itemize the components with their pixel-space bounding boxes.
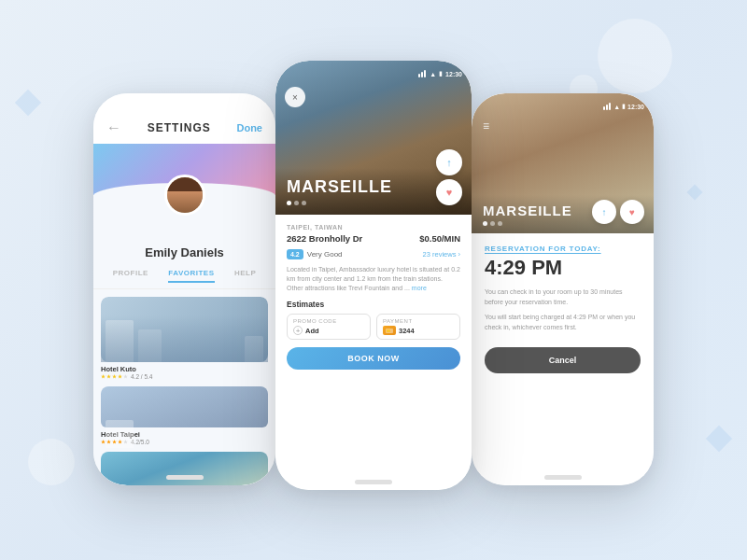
avatar-face [167,177,203,213]
hotel-kuto-image [101,297,268,362]
star-1 [101,374,106,379]
hotel-taipei-image [101,386,268,427]
status-bar: ▲ ▮ 12:30 [418,70,462,77]
hotel-detail-body: TAIPEI, TAIWAN 2622 Bronholly Dr $0.50/M… [275,215,472,490]
promo-plus-icon: + [293,326,303,335]
star-4 [118,374,122,379]
hotel-address-row: 2622 Bronholly Dr $0.50/MIN [287,233,460,244]
svg-rect-1 [387,329,390,332]
status-time: 12:30 [445,71,462,77]
hotel-kuto-name: Hotel Kuto [101,365,268,373]
phone-hotel-detail-screen: ▲ ▮ 12:30 × MARSEILLE [275,61,472,490]
share-button[interactable]: ↑ [436,149,462,175]
reservation-time: 4:29 PM [485,256,641,280]
tab-favorites[interactable]: FAVORITES [168,269,214,283]
settings-screen: ← SETTINGS Done Emily Daniels [93,93,275,485]
reviews-link[interactable]: 23 reviews › [423,250,460,259]
fav-card-kuto[interactable]: Hotel Kuto 4.2 / 5.4 [101,297,268,383]
reservation-desc-2: You will start being charged at 4:29 PM … [485,313,641,332]
fav-row-2: Hotel Taipei 4.2/5.0 [101,386,268,448]
profile-hero-wave [93,144,275,195]
avatar-hair [167,177,203,191]
dot-1 [483,221,487,226]
hotel-kuto-stars: 4.2 / 5.4 [101,373,268,380]
fav-card-taipei[interactable]: Hotel Taipei 4.2/5.0 [101,386,268,448]
reservation-status-bar: ▲ ▮ 12:30 [603,103,644,110]
rating-badge: 4.2 Very Good [287,249,343,259]
cancel-button[interactable]: Cancel [485,347,641,373]
menu-icon[interactable]: ≡ [483,119,489,133]
hotel-kuto-rating: 4.2 / 5.4 [131,373,153,380]
battery-icon: ▮ [439,70,443,77]
star-5 [123,374,128,379]
card-chip-svg [385,328,394,334]
reservation-section-title: RESERVATION FOR TODAY: [485,245,641,253]
phone-reservation: ▲ ▮ 12:30 ≡ MARSEILLE [472,93,654,485]
bg-decoration [598,19,672,93]
phone-home-button [166,475,204,480]
hotel-rating-row: 4.2 Very Good 23 reviews › [287,249,460,259]
wifi-icon-res: ▲ [613,104,620,110]
hero-action-buttons: ↑ ♥ [436,149,462,205]
hotel-kuto-info: Hotel Kuto 4.2 / 5.4 [101,362,268,383]
hotel-lagis-image [101,452,268,485]
profile-name: Emily Daniels [93,245,275,259]
phone-home-button [544,475,582,480]
done-button[interactable]: Done [236,122,262,133]
profile-tabs: PROFILE FAVORITES HELP [93,259,275,289]
payment-number: 3244 [399,327,415,335]
dot-3 [498,221,502,226]
dot-2 [294,201,299,205]
tab-profile[interactable]: PROFILE [113,269,148,283]
battery-icon-res: ▮ [622,103,626,110]
favorite-button[interactable]: ♥ [436,179,462,205]
hero-dots [287,201,460,205]
book-now-button[interactable]: BOOK NOW [287,347,460,370]
phone-home-button [355,480,392,484]
signal-icon [418,70,426,77]
reservation-screen: ▲ ▮ 12:30 ≡ MARSEILLE [472,93,654,485]
settings-header: ← SETTINGS Done [93,93,275,144]
reservation-body: RESERVATION FOR TODAY: 4:29 PM You can c… [472,233,654,485]
hotel-hero: ▲ ▮ 12:30 × MARSEILLE [275,61,472,215]
star-2 [106,374,111,379]
fav-row-3: Lagis Hotel 3.3/5.0 [101,452,268,485]
reservation-hero: ▲ ▮ 12:30 ≡ MARSEILLE [472,93,654,233]
star-3 [112,374,117,379]
payment-card-icon [383,326,396,335]
reservation-status-time: 12:30 [627,104,644,110]
hotel-price: $0.50/MIN [419,233,460,244]
profile-avatar [164,175,205,216]
fav-card-lagis[interactable]: Lagis Hotel 3.3/5.0 [101,452,268,485]
dot-3 [302,201,306,205]
phone-settings-screen: ← SETTINGS Done Emily Daniels [93,93,275,485]
hotel-name-hero: MARSEILLE [287,177,460,197]
favorites-grid: Hotel Kuto 4.2 / 5.4 [93,289,275,485]
wifi-icon: ▲ [430,71,436,77]
hotel-description: Located in Taipei, Ambassador luxury hot… [287,265,460,292]
tab-help[interactable]: HELP [234,269,256,283]
estimates-title: Estimates [287,300,460,309]
back-icon[interactable]: ← [106,119,121,136]
hotel-building-gradient [101,315,268,362]
estimates-section: Estimates PROMO CODE + Add PAYMENT [287,300,460,340]
payment-label: PAYMENT [383,318,454,324]
promo-label: PROMO CODE [293,318,364,324]
rating-label: Very Good [307,250,343,259]
promo-add-text: Add [305,327,319,335]
share-button-res[interactable]: ↑ [592,200,616,224]
phone-hotel-detail: ▲ ▮ 12:30 × MARSEILLE [275,61,472,490]
hotel-location: TAIPEI, TAIWAN [287,224,460,231]
promo-code-box[interactable]: PROMO CODE + Add [287,314,371,340]
payment-value-row: 3244 [383,326,454,335]
favorite-button-res[interactable]: ♥ [620,200,644,224]
phone-settings: ← SETTINGS Done Emily Daniels [93,93,275,485]
close-button[interactable]: × [285,87,305,107]
reservation-action-buttons: ↑ ♥ [592,200,644,224]
estimates-row: PROMO CODE + Add PAYMENT [287,314,460,340]
building-decor [106,420,134,448]
dot-1 [287,201,291,205]
payment-box[interactable]: PAYMENT 3244 [376,314,460,340]
signal-icon [603,103,611,110]
more-link[interactable]: more [412,285,427,291]
